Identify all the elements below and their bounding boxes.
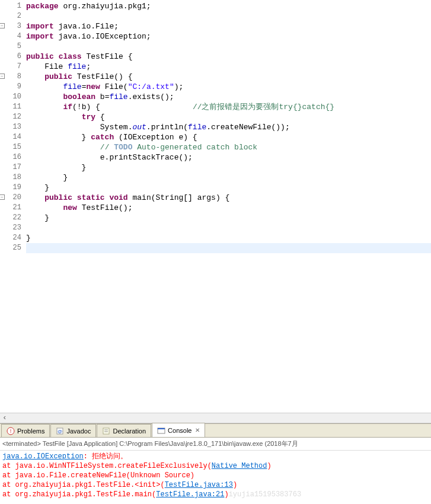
- tab-console[interactable]: Console ✕: [152, 423, 205, 437]
- tab-label: Javadoc: [66, 428, 91, 435]
- svg-text:!: !: [10, 428, 12, 434]
- code-area[interactable]: package org.zhaiyujia.pkg1; import java.…: [23, 0, 431, 413]
- console-icon: [157, 426, 165, 435]
- javadoc-icon: @: [56, 427, 64, 435]
- svg-text:@: @: [58, 429, 62, 434]
- problems-icon: !: [7, 427, 15, 435]
- console-output[interactable]: java.io.IOException: 拒绝访问。 at java.io.Wi…: [0, 451, 431, 504]
- fold-toggle[interactable]: −: [0, 194, 5, 200]
- fold-toggle[interactable]: −: [0, 74, 5, 79]
- horizontal-scrollbar[interactable]: [0, 413, 431, 423]
- stack-link[interactable]: Native Method: [212, 462, 267, 470]
- tab-javadoc[interactable]: @ Javadoc: [50, 424, 96, 437]
- console-line: at org.zhaiyujia.pkg1.TestFile.main(Test…: [2, 490, 429, 499]
- console-line: at org.zhaiyujia.pkg1.TestFile.<init>(Te…: [2, 480, 429, 490]
- close-icon[interactable]: ✕: [195, 427, 200, 433]
- tab-problems[interactable]: ! Problems: [1, 424, 50, 437]
- fold-toggle[interactable]: −: [0, 23, 5, 28]
- tab-declaration[interactable]: Declaration: [97, 424, 151, 437]
- console-status: <terminated> TestFile [Java Application]…: [0, 438, 431, 451]
- declaration-icon: [102, 427, 110, 435]
- code-editor[interactable]: 123−45678−91011121314151617181920−212223…: [0, 0, 431, 413]
- tab-label: Problems: [17, 428, 44, 435]
- console-line: at java.io.File.createNewFile(Unknown So…: [2, 471, 429, 480]
- console-line: java.io.IOException: 拒绝访问。: [2, 452, 429, 461]
- line-gutter: 123−45678−91011121314151617181920−212223…: [0, 0, 23, 413]
- console-line: at java.io.WinNTFileSystem.createFileExc…: [2, 461, 429, 471]
- stack-link[interactable]: TestFile.java:13: [165, 481, 233, 489]
- stack-link[interactable]: TestFile.java:21: [156, 490, 224, 499]
- tab-label: Declaration: [113, 428, 146, 435]
- bottom-tab-bar: ! Problems @ Javadoc Declaration Console…: [0, 423, 431, 438]
- exception-link[interactable]: java.io.IOException: [2, 452, 84, 461]
- svg-rect-8: [158, 428, 165, 429]
- tab-label: Console: [168, 427, 191, 434]
- watermark: iyujia15195383763: [229, 490, 301, 499]
- svg-rect-4: [103, 428, 109, 434]
